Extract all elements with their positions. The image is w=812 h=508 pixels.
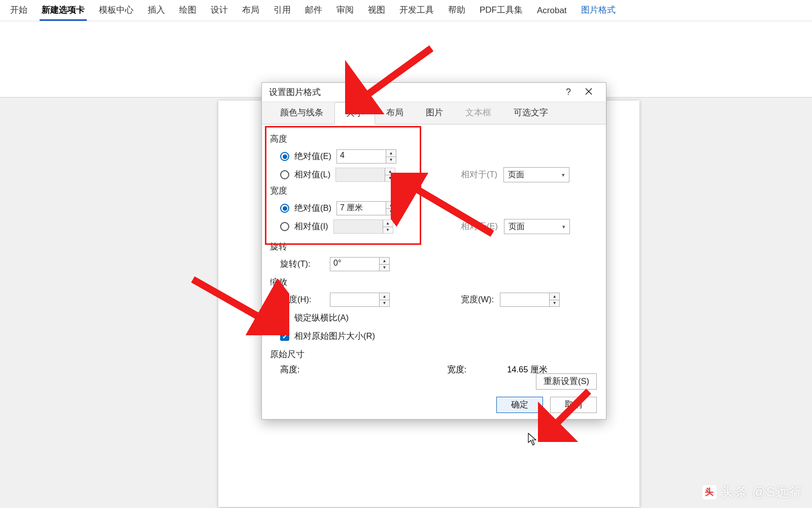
spinner-height-absolute[interactable]: 4 ▲▼ [336,149,396,164]
ribbon-tab[interactable]: 帮助 [441,0,472,21]
ribbon-tab[interactable]: 视图 [361,0,392,21]
radio-height-absolute[interactable] [280,152,289,161]
ribbon-tab[interactable]: 插入 [141,0,172,21]
spinner-scale-width[interactable]: ▲▼ [500,293,560,307]
dialog-body: 高度 绝对值(E) 4 ▲▼ 相对值(L) ▲▼ 相对于(T) 页面▾ [262,124,606,419]
radio-width-absolute[interactable] [280,204,289,213]
dialog-title: 设置图片格式 [269,86,558,98]
ribbon-tab[interactable]: 绘图 [172,0,204,21]
group-rotation: 旋转 [270,241,598,252]
tab-textbox: 文本框 [454,102,502,124]
group-original-size: 原始尺寸 [270,349,598,360]
ribbon-tab[interactable]: PDF工具集 [472,0,530,21]
radio-height-relative[interactable] [280,170,289,179]
group-height: 高度 [270,134,598,145]
radio-width-relative[interactable] [280,222,289,231]
group-width: 宽度 [270,185,598,197]
label-height-absolute: 绝对值(E) [294,151,331,162]
reset-button[interactable]: 重新设置(S) [536,373,597,390]
tab-size[interactable]: 大小 [334,102,375,124]
ok-button[interactable]: 确定 [496,397,543,413]
dialog-close-button[interactable] [579,87,599,98]
dialog-titlebar: 设置图片格式 ? [262,83,606,102]
ribbon-tab[interactable]: 开始 [3,0,35,21]
tab-layout[interactable]: 布局 [375,102,415,124]
group-scale: 缩放 [270,277,598,288]
spinner-scale-height[interactable]: ▲▼ [330,293,390,307]
cancel-button[interactable]: 取消 [550,397,597,413]
spinner-up-icon[interactable]: ▲ [386,150,396,157]
spinner-width-absolute[interactable]: 7 厘米 ▲▼ [336,201,396,215]
ribbon-tab[interactable]: 开发工具 [392,0,441,21]
watermark-logo-icon: 头 [702,485,717,499]
select-width-relative-to: 页面▾ [504,219,570,234]
label-relative-original: 相对原始图片大小(R) [294,331,375,342]
chevron-down-icon: ▾ [562,224,565,230]
tab-colors-lines[interactable]: 颜色与线条 [269,102,334,124]
ribbon: 开始新建选项卡模板中心插入绘图设计布局引用邮件审阅视图开发工具帮助PDF工具集A… [0,0,812,21]
ribbon-tab[interactable]: 图片格式 [574,0,623,21]
label-width-relative: 相对值(I) [294,221,328,232]
spinner-down-icon[interactable]: ▼ [386,157,396,164]
chevron-down-icon: ▾ [562,172,565,178]
label-original-height: 高度: [280,364,300,375]
dialog-help-button[interactable]: ? [558,87,579,98]
label-scale-width: 宽度(W): [461,294,494,305]
ribbon-tab[interactable]: 新建选项卡 [35,0,92,21]
spinner-rotation[interactable]: 0° ▲▼ [330,257,390,271]
label-rotation: 旋转(T): [280,259,325,270]
label-relative-to-t: 相对于(T) [461,169,497,180]
ribbon-tab[interactable]: 设计 [204,0,235,21]
label-scale-height: 高度(H): [280,294,325,305]
ribbon-tab[interactable]: 布局 [235,0,266,21]
checkbox-lock-aspect[interactable] [280,313,289,323]
tab-alt-text[interactable]: 可选文字 [502,102,559,124]
ribbon-tab[interactable]: Acrobat [530,2,574,21]
tab-picture[interactable]: 图片 [415,102,454,124]
label-relative-to-e: 相对于(E) [461,221,498,232]
checkbox-relative-original[interactable] [280,332,289,341]
select-height-relative-to: 页面▾ [503,167,569,182]
ribbon-tab[interactable]: 审阅 [329,0,361,21]
label-lock-aspect: 锁定纵横比(A) [294,312,349,324]
format-picture-dialog: 设置图片格式 ? 颜色与线条 大小 布局 图片 文本框 可选文字 高度 绝对值(… [261,82,606,420]
ribbon-tab[interactable]: 引用 [266,0,298,21]
label-original-width: 宽度: [447,364,467,375]
spinner-height-relative: ▲▼ [335,168,395,182]
label-height-relative: 相对值(L) [294,169,330,180]
spinner-width-relative: ▲▼ [333,219,393,234]
label-width-absolute: 绝对值(B) [294,203,331,214]
ribbon-tab[interactable]: 邮件 [298,0,329,21]
dialog-tabs: 颜色与线条 大小 布局 图片 文本框 可选文字 [262,102,606,124]
watermark: 头 头条 @S远行 [702,483,803,501]
ribbon-tab[interactable]: 模板中心 [92,0,141,21]
